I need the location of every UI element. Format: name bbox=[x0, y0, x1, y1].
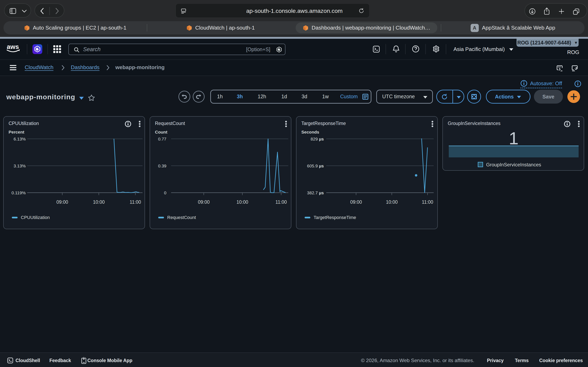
svg-text:3.13%: 3.13% bbox=[13, 164, 26, 168]
svg-text:829 µs: 829 µs bbox=[311, 137, 324, 141]
svg-text:0.119%: 0.119% bbox=[11, 191, 26, 195]
svg-text:09:00: 09:00 bbox=[198, 200, 210, 205]
svg-text:10:00: 10:00 bbox=[93, 200, 105, 205]
svg-text:0.39: 0.39 bbox=[158, 164, 166, 168]
svg-text:11:00: 11:00 bbox=[422, 200, 433, 205]
svg-text:09:00: 09:00 bbox=[350, 200, 362, 205]
svg-text:11:00: 11:00 bbox=[276, 200, 287, 205]
svg-text:0.77: 0.77 bbox=[158, 137, 166, 141]
svg-text:10:00: 10:00 bbox=[386, 200, 398, 205]
svg-text:605.9 µs: 605.9 µs bbox=[307, 164, 324, 168]
svg-text:382.7 µs: 382.7 µs bbox=[307, 191, 324, 195]
svg-text:11:00: 11:00 bbox=[130, 200, 141, 205]
svg-text:0: 0 bbox=[164, 191, 166, 195]
svg-text:10:00: 10:00 bbox=[236, 200, 248, 205]
svg-text:6.13%: 6.13% bbox=[13, 137, 26, 141]
svg-text:09:00: 09:00 bbox=[56, 200, 68, 205]
svg-text:aws: aws bbox=[7, 43, 19, 50]
